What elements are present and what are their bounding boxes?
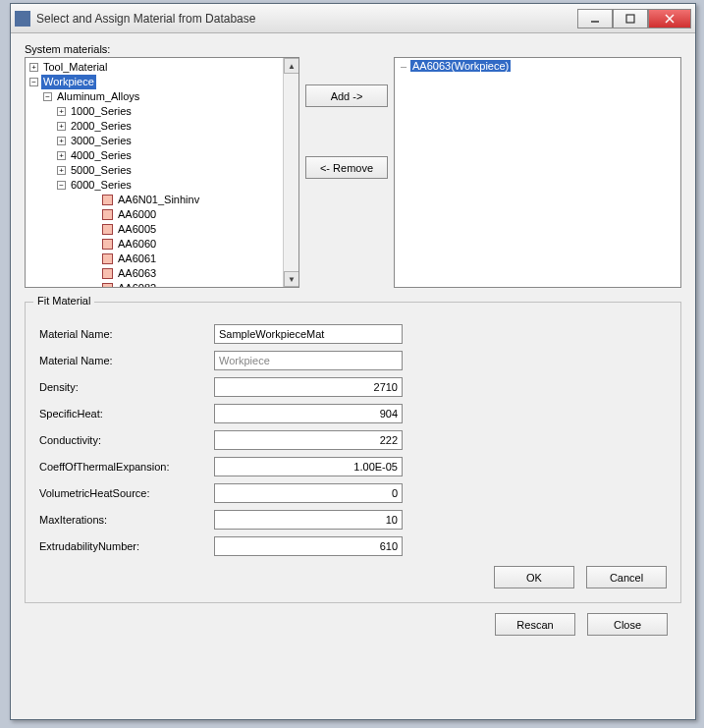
assigned-item[interactable]: – AA6063(Workpiece) bbox=[397, 60, 678, 72]
tree-node-aluminum-alloys[interactable]: −Aluminum_Alloys bbox=[27, 89, 298, 104]
app-icon bbox=[15, 11, 30, 27]
close-window-button[interactable] bbox=[648, 9, 691, 28]
material-icon bbox=[102, 253, 113, 264]
conductivity-input[interactable] bbox=[214, 430, 403, 450]
material-name2-label: Material Name: bbox=[39, 355, 214, 366]
vol-heat-source-input[interactable] bbox=[214, 483, 403, 503]
tree-node-2000-series[interactable]: +2000_Series bbox=[27, 119, 298, 134]
tree-leaf-aa6n01[interactable]: AA6N01_Sinhinv bbox=[27, 193, 298, 207]
material-name2-input[interactable] bbox=[214, 351, 403, 370]
density-input[interactable] bbox=[214, 377, 403, 397]
specific-heat-label: SpecificHeat: bbox=[39, 408, 214, 420]
tree-scrollbar[interactable]: ▲ ▼ bbox=[283, 58, 298, 287]
material-icon bbox=[102, 268, 113, 279]
max-iterations-input[interactable] bbox=[214, 510, 403, 530]
tree-leaf-aa6000[interactable]: AA6000 bbox=[27, 207, 298, 222]
titlebar[interactable]: Select and Assign Material from Database bbox=[11, 4, 695, 33]
extrudability-input[interactable] bbox=[214, 536, 403, 556]
cancel-button[interactable]: Cancel bbox=[586, 566, 667, 588]
rescan-button[interactable]: Rescan bbox=[495, 613, 575, 636]
svg-rect-1 bbox=[626, 15, 634, 23]
system-materials-label: System materials: bbox=[25, 43, 681, 55]
system-materials-tree[interactable]: +Tool_Material −Workpiece −Aluminum_Allo… bbox=[25, 57, 299, 288]
specific-heat-input[interactable] bbox=[214, 404, 403, 423]
tree-leaf-aa6082[interactable]: AA6082 bbox=[27, 281, 298, 288]
density-label: Density: bbox=[39, 381, 214, 393]
scroll-up-button[interactable]: ▲ bbox=[284, 58, 299, 74]
material-icon bbox=[102, 195, 113, 205]
vol-heat-source-label: VolumetricHeatSource: bbox=[39, 487, 214, 499]
close-button[interactable]: Close bbox=[587, 613, 668, 636]
tree-node-tool-material[interactable]: +Tool_Material bbox=[27, 60, 298, 75]
tree-node-6000-series[interactable]: −6000_Series bbox=[27, 178, 298, 193]
tree-leaf-aa6060[interactable]: AA6060 bbox=[27, 237, 298, 252]
tree-leaf-aa6061[interactable]: AA6061 bbox=[27, 252, 298, 266]
assigned-materials-list[interactable]: – AA6063(Workpiece) bbox=[394, 57, 681, 288]
fit-material-group: Fit Material Material Name: Material Nam… bbox=[25, 302, 681, 603]
scroll-down-button[interactable]: ▼ bbox=[284, 271, 299, 287]
remove-button[interactable]: <- Remove bbox=[305, 156, 388, 179]
material-icon bbox=[102, 224, 113, 235]
fit-material-legend: Fit Material bbox=[33, 295, 94, 307]
extrudability-label: ExtrudabilityNumber: bbox=[39, 540, 214, 552]
maximize-button[interactable] bbox=[613, 9, 648, 28]
tree-node-workpiece[interactable]: −Workpiece bbox=[27, 75, 298, 89]
tree-leaf-aa6005[interactable]: AA6005 bbox=[27, 222, 298, 237]
material-icon bbox=[102, 283, 113, 288]
max-iterations-label: MaxIterations: bbox=[39, 514, 214, 526]
tree-node-4000-series[interactable]: +4000_Series bbox=[27, 148, 298, 163]
window-title: Select and Assign Material from Database bbox=[36, 12, 577, 26]
tree-leaf-aa6063[interactable]: AA6063 bbox=[27, 266, 298, 281]
tree-node-5000-series[interactable]: +5000_Series bbox=[27, 163, 298, 178]
coeff-thermal-label: CoeffOfThermalExpansion: bbox=[39, 461, 214, 473]
material-icon bbox=[102, 239, 113, 250]
coeff-thermal-input[interactable] bbox=[214, 457, 403, 476]
material-name-input[interactable] bbox=[214, 324, 403, 344]
material-name-label: Material Name: bbox=[39, 328, 214, 340]
tree-node-1000-series[interactable]: +1000_Series bbox=[27, 104, 298, 119]
material-icon bbox=[102, 209, 113, 220]
tree-node-3000-series[interactable]: +3000_Series bbox=[27, 134, 298, 148]
ok-button[interactable]: OK bbox=[494, 566, 574, 588]
minimize-button[interactable] bbox=[577, 9, 613, 28]
add-button[interactable]: Add -> bbox=[305, 84, 388, 107]
dialog-window: Select and Assign Material from Database… bbox=[10, 3, 696, 720]
conductivity-label: Conductivity: bbox=[39, 434, 214, 446]
